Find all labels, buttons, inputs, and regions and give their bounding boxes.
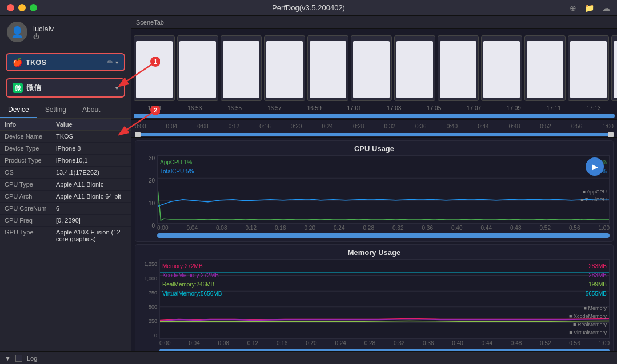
thumb-time: 17:09 [494,105,534,111]
info-table-row: Device NameTKOS [0,131,131,143]
thumb-time: 16:55 [215,105,255,111]
timeline-mark: 0:48 [509,123,520,130]
thumb-image [614,41,617,98]
timeline-mark: 0:08 [197,123,208,130]
memory-x-mark: 0:16 [277,340,287,346]
titlebar-icon-group: ⊕ 📁 ☁ [570,3,610,13]
memory-x-mark: 0:28 [364,340,375,346]
thumbnail[interactable] [264,35,305,101]
app-name: 微 微信 [13,83,41,93]
thumbnail[interactable] [307,35,348,101]
memory-x-mark: 0:12 [247,340,258,346]
memory-x-mark: 0:00 [159,340,170,346]
thumb-time: 16:57 [254,105,294,111]
timeline-progress[interactable] [135,133,614,136]
thumbnail[interactable] [568,35,609,101]
timeline-handle-right[interactable] [608,132,614,137]
timeline-mark: 0:28 [353,123,364,130]
memory-x-mark: 0:24 [335,340,346,346]
app-title: PerfDog(v3.5.200402) [272,3,345,12]
timeline-handle-left[interactable] [135,132,141,137]
thumbnail-times: 16:5116:5316:5516:5716:5917:0117:0317:05… [131,104,617,112]
cpu-scrollbar[interactable] [157,233,610,238]
memory-val-memory: 283MB [569,262,607,271]
memory-values-right: 283MB 283MB 199MB 5655MB ■ Memory ■ Xcod… [569,262,607,337]
expand-icon[interactable]: ▼ [5,355,11,362]
play-button[interactable]: ▶ [586,157,604,176]
thumb-time: 16:53 [175,105,215,111]
tab-about[interactable]: About [74,102,108,118]
location-icon[interactable]: ⊕ [570,3,576,13]
thumbnail-scrollbar[interactable] [134,114,615,118]
thumbnail[interactable] [351,35,392,101]
memory-x-mark: 0:32 [394,340,404,346]
thumbnail[interactable] [221,35,262,101]
thumbnail[interactable] [394,35,435,101]
cpu-scrollbar-thumb [157,233,610,238]
timeline-mark: 0:04 [166,123,177,130]
chevron-down-icon[interactable]: ▾ [115,59,118,66]
maximize-button[interactable] [30,4,37,11]
info-table-row: Device TypeiPhone 8 [0,143,131,155]
memory-scrollbar[interactable] [159,349,610,351]
memory-chart-body: Memory:272MB XcodeMemory:272MB RealMemor… [159,259,610,351]
folder-icon[interactable]: 📁 [584,3,594,13]
timeline-mark: 0:52 [540,123,551,130]
thumb-time: 17:11 [534,105,574,111]
minimize-button[interactable] [18,4,26,11]
header-info: Info [5,121,56,128]
cpu-chart-svg [158,156,609,223]
user-power-icon[interactable]: ⏻ [33,33,54,40]
charts-container: CPU Usage 30 20 10 0 AppCPU:1% [131,138,617,351]
app-chevron-icon[interactable]: ▾ [115,85,118,91]
timeline-ruler: 0:000:040:080:120:160:200:240:280:320:36… [131,120,617,133]
timeline-mark: 0:40 [447,123,458,130]
info-table-row: CPU Freq[0, 2390] [0,215,131,227]
close-button[interactable] [7,4,14,11]
scene-tab-label: SceneTab [136,19,164,26]
cpu-chart-body: AppCPU:1% TotalCPU:5% 0% 9% ■ AppCPU ■ T… [157,155,610,238]
thumbnail[interactable] [438,35,479,101]
tab-setting[interactable]: Setting [37,102,74,118]
window-controls[interactable] [7,4,37,11]
thumbnail[interactable] [611,35,617,101]
info-table-row: CPU ArchApple A11 Bionic 64-bit [0,191,131,203]
cloud-icon[interactable]: ☁ [602,3,610,13]
timeline-marks: 0:000:040:080:120:160:200:240:280:320:36… [135,123,614,130]
memory-x-axis: 0:000:040:080:120:160:200:240:280:320:36… [159,339,610,347]
cpu-x-mark: 0:40 [451,225,462,231]
info-row-key: Device Type [5,145,56,152]
memory-x-mark: 0:08 [218,340,229,346]
cpu-y-axis: 30 20 10 0 [139,155,155,238]
thumb-time: 16:59 [294,105,334,111]
memory-x-mark: 0:40 [452,340,463,346]
log-checkbox[interactable] [15,355,22,362]
timeline-mark: 0:00 [135,123,146,130]
memory-legend-real: RealMemory:246MB [162,280,222,289]
thumbnail[interactable] [177,35,218,101]
memory-scrollbar-thumb [159,349,610,351]
tab-device[interactable]: Device [0,102,37,118]
thumbnail[interactable] [524,35,566,101]
memory-chart-inner: 1,250 1,000 750 500 250 0 Memory:272MB X… [139,259,610,351]
info-row-val: iPhone10,1 [56,157,126,164]
thumbnails [131,29,617,104]
cpu-x-mark: 0:52 [540,225,551,231]
info-table-row: OS13.4.1(17E262) [0,167,131,179]
info-row-val: TKOS [56,133,126,140]
edit-icon[interactable]: ✏ [107,58,113,66]
thumb-image [483,41,520,98]
cpu-x-mark: 1:00 [599,225,610,231]
log-label: Log [27,355,37,362]
info-table: Info Value Device NameTKOSDevice TypeiPh… [0,119,131,351]
thumb-image [179,41,216,98]
apple-icon: 🍎 [13,58,22,67]
app-selector[interactable]: 微 微信 ▾ [6,78,125,98]
sidebar-tabs: Device Setting About [0,102,131,119]
memory-x-mark: 0:20 [306,340,316,346]
device-selector[interactable]: 🍎 TKOS ✏ ▾ [6,53,125,71]
info-table-row: CPU TypeApple A11 Bionic [0,179,131,191]
thumbnail-strip: 16:5116:5316:5516:5716:5917:0117:0317:05… [131,29,617,120]
thumbnail[interactable] [481,35,522,101]
thumbnail[interactable] [134,35,175,101]
